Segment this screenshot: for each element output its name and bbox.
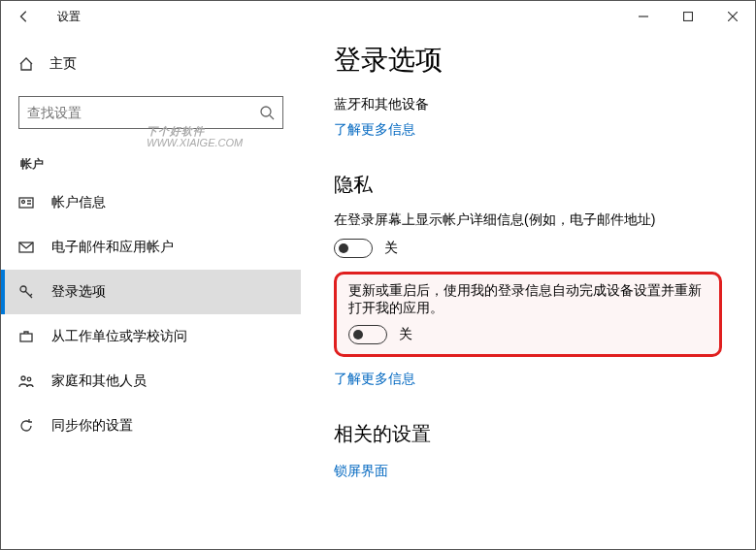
svg-rect-6 [20,334,32,341]
sync-icon [18,418,34,434]
page-title: 登录选项 [334,42,722,79]
sidebar-item-label: 帐户信息 [51,194,106,211]
briefcase-icon [18,329,34,344]
svg-point-8 [27,377,31,381]
home-icon [18,56,34,72]
people-icon [18,373,34,389]
section-heading-privacy: 隐私 [334,172,722,198]
close-button[interactable] [710,1,755,32]
mail-icon [18,240,34,255]
toggle-knob [353,330,363,340]
learn-more-link[interactable]: 了解更多信息 [334,371,415,388]
learn-more-link[interactable]: 了解更多信息 [334,121,415,139]
svg-point-7 [21,376,25,380]
sidebar-item-label: 从工作单位或学校访问 [51,328,187,345]
minimize-button[interactable] [621,1,666,32]
search-input[interactable] [27,105,259,120]
toggle-show-account-details[interactable] [334,239,373,258]
sidebar-home-label: 主页 [49,55,77,73]
related-link-lockscreen[interactable]: 锁屏界面 [334,463,388,480]
svg-point-3 [22,201,25,204]
arrow-left-icon [17,10,31,23]
person-card-icon [18,195,34,210]
sidebar-item-email-accounts[interactable]: 电子邮件和应用帐户 [1,225,301,270]
sidebar-item-sync[interactable]: 同步你的设置 [1,404,301,448]
svg-point-1 [261,107,271,116]
svg-rect-0 [684,13,693,21]
text-line: 蓝牙和其他设备 [334,96,722,113]
back-button[interactable] [1,1,48,32]
maximize-icon [683,12,693,21]
highlighted-setting: 更新或重启后，使用我的登录信息自动完成设备设置并重新打开我的应用。 关 [334,272,722,357]
minimize-icon [639,12,648,21]
sidebar-item-label: 同步你的设置 [51,417,133,435]
section-heading-related: 相关的设置 [334,421,722,447]
privacy-description: 在登录屏幕上显示帐户详细信息(例如，电子邮件地址) [334,211,722,229]
sidebar-item-label: 家庭和其他人员 [51,372,147,390]
close-icon [728,12,738,21]
toggle-state-label: 关 [384,240,398,257]
toggle-state-label: 关 [399,326,412,343]
key-icon [18,284,34,300]
toggle-auto-finish-setup[interactable] [348,325,387,344]
window-title: 设置 [57,9,81,25]
sidebar-item-signin-options[interactable]: 登录选项 [1,270,301,314]
sidebar-category: 帐户 [20,156,301,173]
sidebar: 主页 帐户 帐户信息 电子邮件和应用帐户 登录选项 从工作单位或学校访问 家庭和… [1,32,301,549]
sidebar-home[interactable]: 主页 [1,48,301,81]
highlight-description: 更新或重启后，使用我的登录信息自动完成设备设置并重新打开我的应用。 [348,282,707,317]
content-area: 登录选项 蓝牙和其他设备 了解更多信息 隐私 在登录屏幕上显示帐户详细信息(例如… [301,32,755,549]
sidebar-item-label: 电子邮件和应用帐户 [51,239,174,256]
sidebar-item-account-info[interactable]: 帐户信息 [1,180,301,225]
sidebar-item-family[interactable]: 家庭和其他人员 [1,359,301,404]
search-box[interactable] [18,96,283,129]
sidebar-item-label: 登录选项 [51,283,106,301]
search-icon [259,105,275,120]
sidebar-item-work-school[interactable]: 从工作单位或学校访问 [1,314,301,359]
toggle-knob [339,243,348,253]
maximize-button[interactable] [666,1,710,32]
